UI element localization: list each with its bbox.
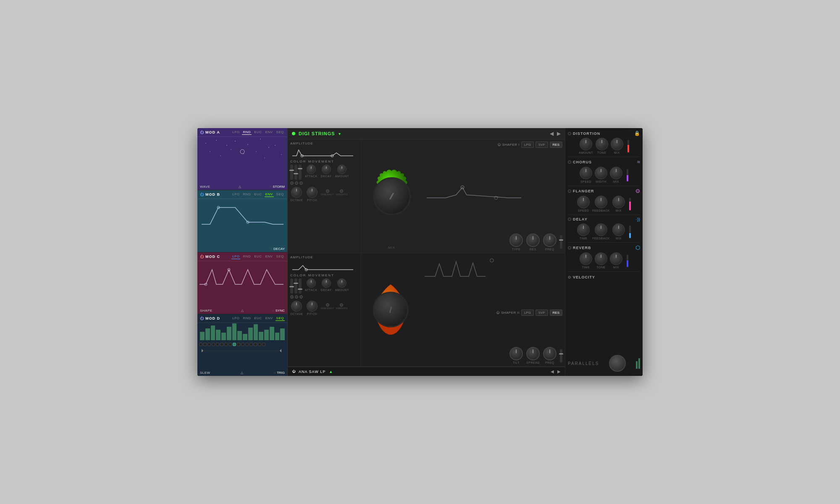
mod-d-tab-seq[interactable]: SEQ bbox=[276, 316, 285, 321]
osc1-filter-section: ⏻ SHAPER I LPG SVF RES bbox=[422, 139, 565, 253]
bottom-bar: ⏻ ANA SAW LP ▲ ◀ ▶ bbox=[288, 367, 565, 376]
mod-c-tab-euc[interactable]: EUC bbox=[253, 254, 262, 259]
delay-feedback-knob[interactable] bbox=[595, 223, 607, 236]
bottom-preset-arrow[interactable]: ▲ bbox=[329, 370, 333, 374]
mod-b-tabs: LFO RND EUC ENV SEQ bbox=[231, 192, 285, 197]
parallels-logo: PARALLELS bbox=[568, 361, 599, 366]
mod-d-tab-env[interactable]: ENV bbox=[265, 316, 274, 321]
delay-time-knob[interactable] bbox=[577, 223, 590, 236]
delay-icon: ·)) bbox=[636, 217, 640, 222]
mod-b-tab-lfo[interactable]: LFO bbox=[231, 192, 240, 197]
chorus-level-bar bbox=[627, 169, 628, 181]
next-preset-button[interactable]: ▶ bbox=[557, 131, 561, 136]
osc2-tilt-group: TILT bbox=[509, 347, 523, 364]
mod-a-tab-euc[interactable]: EUC bbox=[253, 130, 262, 135]
osc2-knob-inner[interactable] bbox=[373, 292, 409, 328]
osc1-left-controls: AMPLITUDE COLOR MOVEMENT bbox=[288, 139, 361, 253]
chorus-width-knob[interactable] bbox=[595, 167, 607, 179]
reverb-tone-label: TONE bbox=[596, 266, 605, 269]
flanger-feedback-knob[interactable] bbox=[595, 196, 607, 208]
mod-a-header: ⏻ MOD A LFO RND EUC ENV SEQ bbox=[197, 128, 287, 137]
distortion-tone-knob[interactable] bbox=[596, 138, 608, 150]
mod-c-display bbox=[197, 261, 287, 291]
mod-c-tab-env[interactable]: ENV bbox=[265, 254, 274, 259]
fx-flanger-title: FLANGER bbox=[573, 189, 594, 193]
osc1-lpg-btn[interactable]: LPG bbox=[521, 142, 534, 148]
mod-b-header: ⏻ MOD B LFO RND EUC ENV SEQ bbox=[197, 190, 287, 199]
reverb-time-knob[interactable] bbox=[580, 252, 592, 265]
mod-a-tab-rnd[interactable]: RND bbox=[242, 130, 252, 135]
reverb-mix-knob[interactable] bbox=[610, 252, 622, 265]
svg-point-0 bbox=[205, 143, 206, 144]
osc1-attack-group: ATTACK bbox=[305, 165, 318, 178]
mod-c-tab-rnd[interactable]: RND bbox=[242, 254, 252, 259]
osc2-lpg-btn[interactable]: LPG bbox=[521, 310, 534, 316]
reverb-tone-knob[interactable] bbox=[595, 252, 607, 265]
svg-point-4 bbox=[247, 144, 248, 145]
fx-distortion-power[interactable] bbox=[568, 132, 571, 135]
svg-point-12 bbox=[264, 158, 265, 158]
osc2-attack-group: ATTACK bbox=[305, 278, 318, 291]
osc2-res-btn[interactable]: RES bbox=[550, 310, 562, 316]
osc2-big-knob-container[interactable] bbox=[363, 282, 418, 337]
mod-d-tab-euc[interactable]: EUC bbox=[253, 316, 262, 321]
svg-point-8 bbox=[220, 155, 221, 156]
reverb-mix-label: MIX bbox=[613, 266, 619, 269]
fx-delay-power[interactable] bbox=[568, 218, 571, 221]
mod-a-tab-env[interactable]: ENV bbox=[265, 130, 274, 135]
osc1-main-knob-area: MIX bbox=[361, 139, 422, 253]
chorus-mix-knob[interactable] bbox=[610, 167, 622, 179]
flanger-mix-knob[interactable] bbox=[612, 196, 625, 208]
mod-a-tab-lfo[interactable]: LFO bbox=[231, 130, 240, 135]
osc2-amp-graph bbox=[290, 260, 355, 272]
mod-c-sync-label: SYNC bbox=[276, 309, 285, 312]
osc1-decay-group: DECAY bbox=[321, 165, 332, 178]
mod-c-tab-seq[interactable]: SEQ bbox=[276, 254, 285, 259]
delay-feedback-group: FEEDBACK bbox=[592, 223, 610, 240]
osc1-vibrato-label: VIBRATO bbox=[336, 193, 348, 196]
mod-a-tab-seq[interactable]: SEQ bbox=[276, 130, 285, 135]
mod-b-tab-euc[interactable]: EUC bbox=[253, 192, 262, 197]
mod-b-tab-env[interactable]: ENV bbox=[265, 192, 274, 197]
fx-reverb-power[interactable] bbox=[568, 246, 571, 249]
bottom-prev-button[interactable]: ◀ bbox=[551, 369, 554, 374]
osc1-decay-label: DECAY bbox=[321, 175, 332, 178]
mod-b-tab-rnd[interactable]: RND bbox=[242, 192, 252, 197]
mod-d-tab-lfo[interactable]: LFO bbox=[231, 316, 240, 321]
flanger-speed-knob[interactable] bbox=[577, 196, 590, 208]
svg-point-11 bbox=[256, 151, 257, 152]
mod-b-tab-seq[interactable]: SEQ bbox=[276, 192, 285, 197]
distortion-amount-knob[interactable] bbox=[580, 138, 592, 150]
mod-d-tab-rnd[interactable]: RND bbox=[242, 316, 252, 321]
preset-name: DIGI STRINGS bbox=[299, 131, 335, 136]
nav-arrows: ◀ ▶ bbox=[550, 131, 561, 136]
fx-distortion: DISTORTION 🔒 AMOUNT TONE MIX bbox=[568, 131, 640, 157]
fx-delay-title: DELAY bbox=[573, 217, 588, 221]
bottom-next-button[interactable]: ▶ bbox=[557, 369, 561, 374]
osc1-big-knob-container[interactable] bbox=[363, 168, 420, 224]
fx-chorus-header: CHORUS ≈ bbox=[568, 159, 640, 165]
fx-flanger-power[interactable] bbox=[568, 189, 571, 193]
flanger-icon: ⊙ bbox=[635, 188, 640, 194]
osc1-shaper-row: ⏻ SHAPER I LPG SVF RES bbox=[425, 142, 562, 148]
flanger-feedback-label: FEEDBACK bbox=[592, 209, 610, 212]
osc2-oneshot-vibrato: ONESHOT VIBRATO bbox=[321, 303, 348, 310]
prev-preset-button[interactable]: ◀ bbox=[550, 131, 554, 136]
chorus-mix-group: MIX bbox=[610, 167, 622, 183]
fx-reverb-knobs: TIME TONE MIX bbox=[568, 252, 640, 269]
osc2-svf-btn[interactable]: SVF bbox=[536, 310, 548, 316]
chorus-speed-knob[interactable] bbox=[580, 167, 592, 179]
osc1-type-label: TYPE bbox=[512, 248, 520, 251]
distortion-mix-knob[interactable] bbox=[611, 138, 623, 150]
osc1-svf-btn[interactable]: SVF bbox=[536, 142, 548, 148]
mod-c-tab-lfo[interactable]: LFO bbox=[231, 254, 240, 259]
osc1-res-btn[interactable]: RES bbox=[550, 142, 562, 148]
osc2-octave-label: OCTAVE bbox=[290, 312, 303, 315]
delay-time-group: TIME bbox=[577, 223, 590, 240]
preset-dropdown-arrow[interactable]: ▾ bbox=[339, 131, 341, 136]
fx-chorus-power[interactable] bbox=[568, 160, 571, 164]
delay-mix-label: MIX bbox=[616, 237, 622, 240]
delay-mix-knob[interactable] bbox=[612, 223, 625, 236]
osc1-knob-inner[interactable] bbox=[373, 177, 411, 215]
volume-knob[interactable] bbox=[609, 355, 626, 372]
